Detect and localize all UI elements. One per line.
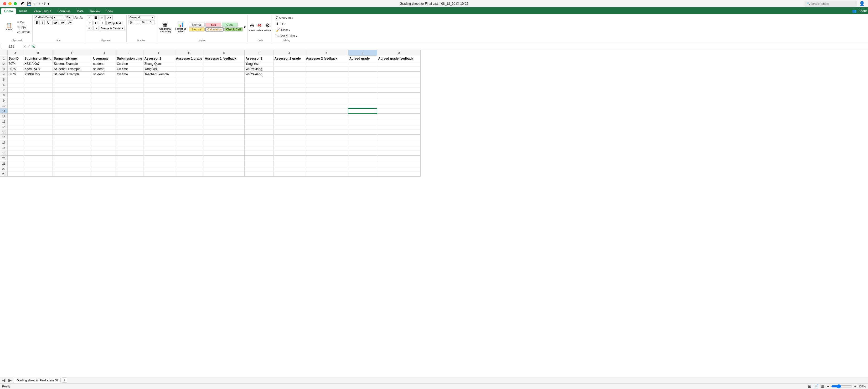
page-break-view-icon[interactable]: ▦ xyxy=(821,384,825,389)
cell[interactable] xyxy=(273,151,305,156)
cell[interactable] xyxy=(143,108,175,114)
cell[interactable] xyxy=(204,166,244,171)
font-name-dropdown[interactable]: ▾ xyxy=(54,16,55,19)
cell[interactable] xyxy=(116,119,143,124)
cell[interactable] xyxy=(92,135,116,140)
cell[interactable] xyxy=(53,156,92,161)
undo-icon[interactable]: ↩ xyxy=(33,2,36,6)
cell[interactable] xyxy=(23,93,53,98)
cell[interactable] xyxy=(116,114,143,119)
cell[interactable] xyxy=(348,93,377,98)
cell[interactable] xyxy=(273,124,305,129)
cell[interactable]: 3074 xyxy=(8,61,23,66)
cell[interactable]: Student Example xyxy=(53,61,92,66)
cell[interactable]: On time xyxy=(116,66,143,72)
cell[interactable] xyxy=(175,166,204,171)
row-header-15[interactable]: 15 xyxy=(0,129,8,135)
cell[interactable]: X631fe0c7 xyxy=(23,61,53,66)
cell[interactable] xyxy=(143,93,175,98)
row-header-11[interactable]: 11 xyxy=(0,108,8,114)
style-good[interactable]: Good xyxy=(222,23,238,27)
cell[interactable] xyxy=(175,114,204,119)
cell[interactable] xyxy=(348,166,377,171)
cell[interactable] xyxy=(377,66,420,72)
cell[interactable] xyxy=(175,98,204,103)
cell[interactable] xyxy=(53,145,92,151)
cell[interactable] xyxy=(116,171,143,177)
tab-view[interactable]: View xyxy=(103,8,116,14)
cell[interactable] xyxy=(348,124,377,129)
style-bad[interactable]: Bad xyxy=(206,23,221,27)
cell[interactable] xyxy=(8,82,23,88)
cell[interactable] xyxy=(273,66,305,72)
cell[interactable] xyxy=(175,93,204,98)
cut-button[interactable]: ✂ Cut xyxy=(16,20,31,24)
cell[interactable] xyxy=(377,145,420,151)
cell[interactable] xyxy=(377,82,420,88)
cell[interactable] xyxy=(377,140,420,145)
cell[interactable] xyxy=(305,93,348,98)
formula-bar-fx-icon[interactable]: fx xyxy=(32,44,35,48)
cell[interactable] xyxy=(305,145,348,151)
cell[interactable] xyxy=(273,166,305,171)
cell[interactable] xyxy=(204,72,244,77)
cell[interactable] xyxy=(23,108,53,114)
format-button[interactable]: ⚙ Format xyxy=(264,22,271,32)
cell[interactable] xyxy=(92,77,116,82)
cell[interactable] xyxy=(305,161,348,166)
cell[interactable]: Xacd07497 xyxy=(23,66,53,72)
cell[interactable] xyxy=(348,66,377,72)
cell[interactable] xyxy=(92,156,116,161)
cell[interactable] xyxy=(244,93,273,98)
cell[interactable] xyxy=(273,82,305,88)
cell[interactable] xyxy=(8,161,23,166)
row-header-13[interactable]: 13 xyxy=(0,119,8,124)
cell[interactable] xyxy=(348,119,377,124)
increase-font-button[interactable]: A↑ xyxy=(74,15,79,20)
row-header-18[interactable]: 18 xyxy=(0,145,8,151)
cell[interactable] xyxy=(116,161,143,166)
autosum-dropdown[interactable]: ▾ xyxy=(291,17,293,20)
cell[interactable] xyxy=(204,61,244,66)
cell[interactable]: Username xyxy=(92,56,116,61)
cell[interactable]: Yang Yezi xyxy=(143,66,175,72)
cell[interactable] xyxy=(273,156,305,161)
cell[interactable] xyxy=(273,114,305,119)
col-header-m[interactable]: M xyxy=(377,50,420,56)
cell[interactable] xyxy=(143,135,175,140)
cell[interactable] xyxy=(53,108,92,114)
cell[interactable] xyxy=(143,161,175,166)
row-header-6[interactable]: 6 xyxy=(0,82,8,88)
cell[interactable]: Assessor 2 xyxy=(244,56,273,61)
cell[interactable] xyxy=(273,88,305,93)
cell[interactable]: Agreed grade feedback xyxy=(377,56,420,61)
cell[interactable] xyxy=(53,171,92,177)
align-top-button[interactable]: ⊤ xyxy=(87,21,93,25)
cell[interactable] xyxy=(377,88,420,93)
cell[interactable] xyxy=(92,145,116,151)
cell[interactable] xyxy=(204,77,244,82)
cell[interactable] xyxy=(116,103,143,108)
cell[interactable] xyxy=(175,156,204,161)
cell[interactable] xyxy=(8,103,23,108)
col-header-g[interactable]: G xyxy=(175,50,204,56)
cell[interactable] xyxy=(244,135,273,140)
cell[interactable] xyxy=(273,77,305,82)
cell[interactable] xyxy=(204,135,244,140)
cell[interactable] xyxy=(143,151,175,156)
cell[interactable] xyxy=(273,61,305,66)
cell[interactable] xyxy=(23,140,53,145)
cell[interactable] xyxy=(8,77,23,82)
quick-access-icon[interactable]: ▾ xyxy=(48,2,50,6)
cell[interactable] xyxy=(92,140,116,145)
cell[interactable] xyxy=(92,93,116,98)
cell[interactable] xyxy=(143,124,175,129)
cell[interactable] xyxy=(8,151,23,156)
fill-button[interactable]: ⬇ Fill ▾ xyxy=(275,21,287,27)
italic-button[interactable]: I xyxy=(41,20,45,25)
cell[interactable] xyxy=(23,103,53,108)
cell[interactable] xyxy=(116,140,143,145)
orientation-button[interactable]: ⤢▾ xyxy=(105,15,113,20)
cell[interactable] xyxy=(23,98,53,103)
formula-bar-check-icon[interactable]: ✓ xyxy=(27,44,30,48)
